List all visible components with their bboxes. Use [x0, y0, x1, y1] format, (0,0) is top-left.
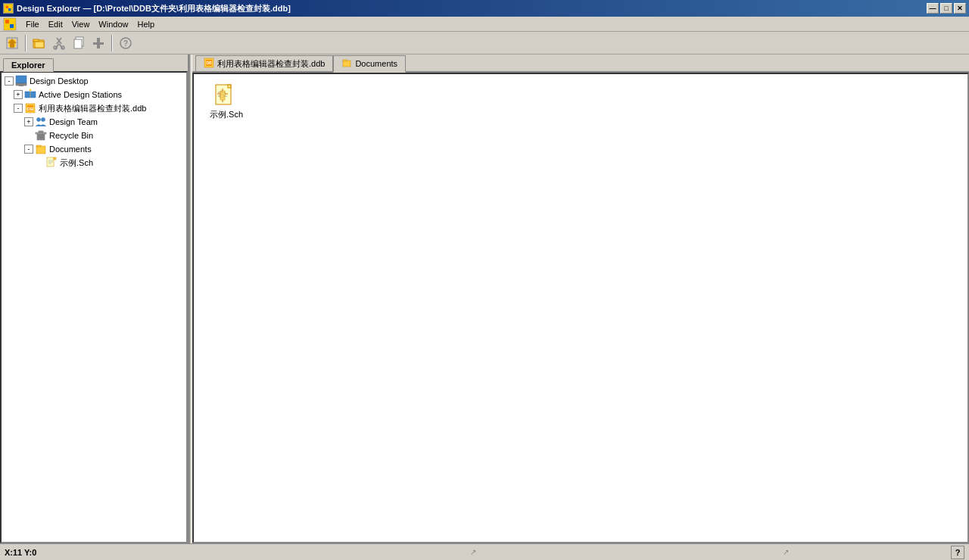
expand-documents[interactable]: -	[24, 145, 33, 154]
svg-rect-42	[36, 145, 41, 147]
tab-explorer[interactable]: Explorer	[3, 58, 54, 72]
help-icon[interactable]: ?	[951, 546, 964, 559]
svg-point-34	[42, 118, 45, 122]
svg-point-33	[37, 118, 41, 122]
app-menu-icon	[2, 17, 18, 31]
toolbar-separator-2	[111, 35, 113, 51]
svg-rect-24	[16, 76, 26, 83]
tree-node-sch[interactable]: + 示例.Sch	[3, 156, 185, 170]
expand-team[interactable]: +	[24, 117, 33, 126]
svg-rect-2	[8, 8, 11, 11]
desktop-label: Design Desktop	[30, 76, 89, 86]
status-right: ?	[942, 546, 964, 559]
title-bar-left: Design Explorer — [D:\Protel\DDB文件夹\利用表格…	[3, 3, 291, 14]
main-content: Explorer - Design Desktop +	[0, 54, 969, 543]
svg-point-28	[30, 89, 32, 92]
tab-documents[interactable]: Documents	[333, 55, 406, 73]
copy-button[interactable]	[70, 34, 88, 52]
right-tab-bar: DB 利用表格编辑器检查封装.ddb Documents	[192, 54, 969, 73]
svg-rect-36	[36, 132, 46, 134]
expand-stations[interactable]: +	[14, 90, 23, 99]
svg-rect-5	[10, 24, 14, 28]
file-sch-icon	[214, 83, 238, 107]
right-content[interactable]: 示例.Sch	[192, 73, 969, 543]
close-button[interactable]: ✕	[954, 3, 966, 14]
recycle-icon	[35, 129, 47, 142]
tool-button[interactable]	[89, 34, 107, 52]
tree-node-recycle[interactable]: + Recycle Bin	[3, 129, 185, 142]
sch-tree-icon	[45, 157, 58, 169]
ddb-label: 利用表格编辑器检查封装.ddb	[39, 103, 146, 114]
tree-node-desktop[interactable]: - Design Desktop	[3, 74, 185, 88]
svg-rect-11	[35, 42, 44, 48]
svg-rect-41	[36, 146, 45, 154]
svg-text:?: ?	[123, 39, 128, 48]
sch-tree-label: 示例.Sch	[60, 157, 93, 169]
svg-rect-37	[39, 131, 43, 132]
menu-view[interactable]: View	[67, 18, 95, 30]
tab-ddb[interactable]: DB 利用表格编辑器检查封装.ddb	[195, 55, 333, 71]
desktop-icon	[15, 75, 27, 87]
tree-node-documents[interactable]: - Documents	[3, 142, 185, 156]
maximize-button[interactable]: □	[940, 3, 952, 14]
file-item-sch[interactable]: 示例.Sch	[200, 80, 253, 123]
svg-rect-53	[343, 60, 347, 61]
right-panel: DB 利用表格编辑器检查封装.ddb Documents	[192, 54, 969, 543]
tree-area[interactable]: - Design Desktop +	[0, 71, 188, 543]
recycle-label: Recycle Bin	[49, 131, 93, 140]
svg-rect-45	[54, 157, 56, 160]
expand-ddb[interactable]: -	[14, 104, 23, 113]
file-sch-label: 示例.Sch	[210, 109, 243, 120]
menu-bar: File Edit View Window Help	[0, 17, 969, 32]
svg-rect-26	[19, 86, 23, 86]
menu-window[interactable]: Window	[94, 18, 132, 30]
team-label: Design Team	[49, 117, 98, 126]
svg-rect-56	[228, 85, 231, 88]
svg-rect-1	[6, 6, 8, 8]
team-icon	[35, 116, 47, 128]
tab-documents-label: Documents	[355, 59, 397, 68]
status-left: X:11 Y:0	[5, 548, 317, 557]
svg-rect-64	[220, 91, 225, 100]
cut-button[interactable]	[50, 34, 68, 52]
tab-ddb-icon: DB	[204, 58, 214, 70]
status-coordinates: X:11 Y:0	[5, 548, 36, 557]
explorer-tab-bar: Explorer	[0, 54, 188, 71]
status-arrow-1: ↗	[470, 548, 476, 556]
tree-node-stations[interactable]: + Active Design Stations	[3, 88, 185, 101]
expand-desktop[interactable]: -	[5, 76, 14, 86]
minimize-button[interactable]: —	[927, 3, 939, 14]
svg-rect-4	[5, 20, 9, 23]
svg-text:DB: DB	[27, 107, 34, 111]
tree-node-ddb[interactable]: - DB 利用表格编辑器检查封装.ddb	[3, 101, 185, 115]
menu-edit[interactable]: Edit	[44, 18, 67, 30]
left-panel: Explorer - Design Desktop +	[0, 54, 189, 543]
documents-label: Documents	[49, 145, 92, 154]
open-button[interactable]	[30, 34, 48, 52]
stations-icon	[24, 89, 36, 101]
status-arrow-2: ↗	[783, 548, 789, 556]
documents-icon	[35, 143, 47, 155]
title-text: Design Explorer — [D:\Protel\DDB文件夹\利用表格…	[17, 3, 291, 14]
app-icon	[3, 3, 14, 14]
menu-file[interactable]: File	[21, 18, 44, 30]
toolbar-separator-1	[25, 35, 26, 51]
tab-documents-icon	[341, 58, 352, 70]
svg-rect-25	[16, 83, 26, 86]
title-bar: Design Explorer — [D:\Protel\DDB文件夹\利用表格…	[0, 0, 969, 17]
tab-ddb-label: 利用表格编辑器检查封装.ddb	[217, 58, 325, 70]
menu-help[interactable]: Help	[132, 18, 159, 30]
tree-node-team[interactable]: + Design Team	[3, 115, 185, 129]
stations-label: Active Design Stations	[39, 90, 122, 99]
help-button[interactable]: ?	[117, 34, 135, 52]
ddb-icon: DB	[24, 102, 36, 114]
svg-rect-21	[97, 38, 100, 48]
toolbar: ?	[0, 32, 969, 54]
status-bar: X:11 Y:0 ↗ ↗ ?	[0, 543, 969, 560]
new-button[interactable]	[3, 34, 21, 52]
title-bar-buttons: — □ ✕	[927, 3, 966, 14]
svg-rect-19	[74, 39, 82, 48]
svg-text:DB: DB	[206, 61, 212, 65]
